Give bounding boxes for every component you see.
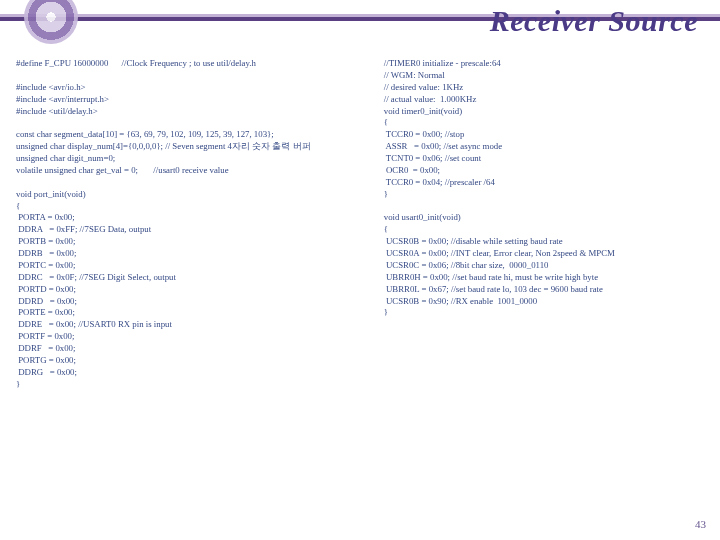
code-content: #define F_CPU 16000000 //Clock Frequency… — [0, 48, 720, 391]
slide-header: Receiver Source — [0, 0, 720, 48]
code-column-right: //TIMER0 initialize - prescale:64 // WGM… — [384, 58, 687, 391]
header-disc-icon — [24, 0, 78, 44]
slide-title: Receiver Source — [490, 4, 698, 38]
code-column-left: #define F_CPU 16000000 //Clock Frequency… — [16, 58, 374, 391]
page-number: 43 — [695, 518, 706, 530]
